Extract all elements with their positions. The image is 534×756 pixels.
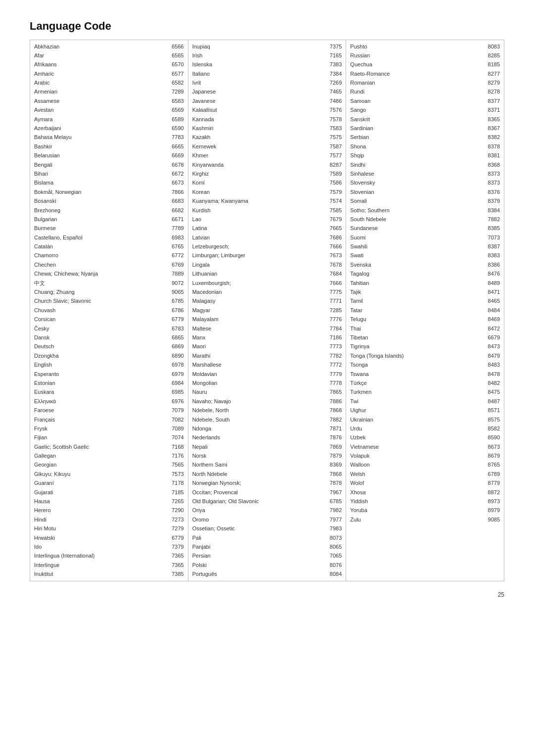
language-code: 6976 <box>166 398 184 405</box>
language-code: 7865 <box>324 388 342 396</box>
table-row: Burmese7789 <box>34 224 184 233</box>
table-row: Gaelic; Scottish Gaelic7168 <box>34 442 184 451</box>
language-name: English <box>34 361 166 369</box>
language-code: 7279 <box>166 525 184 532</box>
table-row: Bengali6678 <box>34 160 184 169</box>
table-row: Urdu8582 <box>350 424 500 433</box>
language-code: 7365 <box>166 562 184 569</box>
language-code: 8285 <box>482 52 500 59</box>
language-name: Ukrainian <box>350 416 482 424</box>
language-name: Limburgan; Limburger <box>192 252 324 259</box>
language-name: Hiri Motu <box>34 525 166 532</box>
language-code: 6669 <box>166 152 184 159</box>
language-code: 9085 <box>482 516 500 523</box>
language-name: Romanian <box>350 79 482 87</box>
language-name: Tswana <box>350 371 482 378</box>
language-code: 8484 <box>482 307 500 314</box>
language-name: Kuanyama; Kwanyama <box>192 197 324 205</box>
language-name: Javanese <box>192 97 324 105</box>
language-code: 6671 <box>166 216 184 223</box>
language-code: 6683 <box>166 197 184 205</box>
table-row: Macedonian7775 <box>192 288 342 297</box>
language-code: 8872 <box>482 489 500 496</box>
language-name: Walloon <box>350 461 482 469</box>
language-code: 8489 <box>482 280 500 287</box>
language-name: Nederlands <box>192 434 324 441</box>
table-row: Turkmen8475 <box>350 388 500 397</box>
language-name: Urdu <box>350 425 482 432</box>
language-name: Shona <box>350 143 482 150</box>
table-row: Oriya7982 <box>192 506 342 515</box>
language-code: 7079 <box>166 407 184 414</box>
language-name: Magyar <box>192 307 324 314</box>
table-row: Aymara6589 <box>34 115 184 124</box>
language-code: 8385 <box>482 225 500 232</box>
language-name: Brezhoneg <box>34 207 166 214</box>
language-code: 7977 <box>324 516 342 523</box>
language-code: 7375 <box>324 43 342 50</box>
language-code: 7186 <box>324 334 342 341</box>
language-name: Arabic <box>34 79 166 87</box>
table-row: Wolof8779 <box>350 479 500 488</box>
language-code: 8387 <box>482 243 500 250</box>
language-code: 8582 <box>482 425 500 432</box>
table-row: Chechen6769 <box>34 260 184 269</box>
language-name: Pali <box>192 534 324 542</box>
table-row: Tagalog8476 <box>350 270 500 279</box>
language-code: 7868 <box>324 407 342 414</box>
table-row: Catalán6765 <box>34 242 184 251</box>
table-row: Romanian8279 <box>350 79 500 88</box>
table-row: Suomi7073 <box>350 233 500 242</box>
language-name: Guaraní <box>34 479 166 487</box>
table-row: Tonga (Tonga Islands)8479 <box>350 351 500 360</box>
language-code: 8590 <box>482 434 500 441</box>
table-row: Church Slavic; Slavonic6785 <box>34 297 184 306</box>
table-row: Fijian7074 <box>34 433 184 442</box>
language-code: 6577 <box>166 70 184 78</box>
language-name: Amharic <box>34 70 166 78</box>
language-code: 7876 <box>324 434 342 441</box>
language-code: 8073 <box>324 534 342 542</box>
table-row: Tamil8465 <box>350 297 500 306</box>
language-code: 6869 <box>166 343 184 350</box>
language-name: Bulgarian <box>34 216 166 223</box>
table-row: Herero7290 <box>34 506 184 515</box>
language-code: 8365 <box>482 116 500 123</box>
language-code: 7673 <box>324 252 342 259</box>
language-code: 8679 <box>482 452 500 460</box>
language-name: Northern Sami <box>192 461 324 469</box>
table-row: Quechua8185 <box>350 60 500 69</box>
table-row: Mongolian7778 <box>192 378 342 387</box>
table-row: Luxembourgish;7666 <box>192 279 342 287</box>
table-row: Euskara6985 <box>34 388 184 397</box>
language-name: Pushto <box>350 43 482 50</box>
language-code: 6682 <box>166 207 184 214</box>
language-name: Gikuyu; Kikuyu <box>34 471 166 478</box>
language-code: 6673 <box>166 179 184 187</box>
language-code: 7886 <box>324 398 342 405</box>
language-name: Esperanto <box>34 371 166 378</box>
language-name: Inuktitut <box>34 570 166 578</box>
language-name: Maori <box>192 343 324 350</box>
language-name: Bosanski <box>34 197 166 205</box>
language-code: 7678 <box>324 261 342 269</box>
language-name: Ndebele, South <box>192 416 324 424</box>
table-row: Navaho; Navajo7886 <box>192 397 342 406</box>
language-code: 7878 <box>324 479 342 487</box>
language-code: 7082 <box>166 416 184 424</box>
table-row: Marshallese7772 <box>192 361 342 370</box>
language-code: 6786 <box>166 307 184 314</box>
table-row: Afrikaans6570 <box>34 60 184 69</box>
table-row: Shona8378 <box>350 142 500 151</box>
language-code: 8386 <box>482 261 500 269</box>
table-row: Ελληνικά6976 <box>34 397 184 406</box>
language-code: 7879 <box>324 452 342 460</box>
table-row: Javanese7486 <box>192 96 342 105</box>
table-row: Komi7586 <box>192 179 342 188</box>
language-code: 6590 <box>166 125 184 132</box>
language-code: 7579 <box>324 189 342 196</box>
table-row: South Ndebele7882 <box>350 215 500 224</box>
table-row: Telugu8469 <box>350 315 500 324</box>
language-name: Ndonga <box>192 425 324 432</box>
language-name: Yoruba <box>350 507 482 514</box>
